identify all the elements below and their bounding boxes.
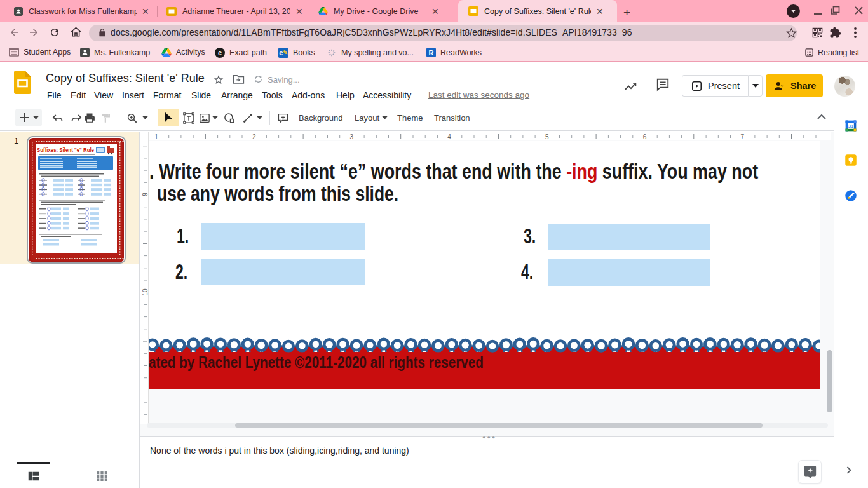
svg-text:3: 3	[350, 133, 354, 140]
svg-text:7: 7	[740, 133, 744, 140]
svg-text:5: 5	[545, 133, 549, 140]
svg-text:2: 2	[252, 133, 256, 140]
svg-text:4: 4	[447, 133, 451, 140]
svg-text:6: 6	[643, 133, 647, 140]
svg-text:Suffixes: Silent "e" Rule: Suffixes: Silent "e" Rule	[37, 146, 94, 153]
svg-text:10: 10	[142, 288, 149, 296]
svg-text:31: 31	[848, 123, 853, 129]
svg-text:9: 9	[142, 193, 149, 196]
svg-text:1: 1	[154, 133, 158, 140]
